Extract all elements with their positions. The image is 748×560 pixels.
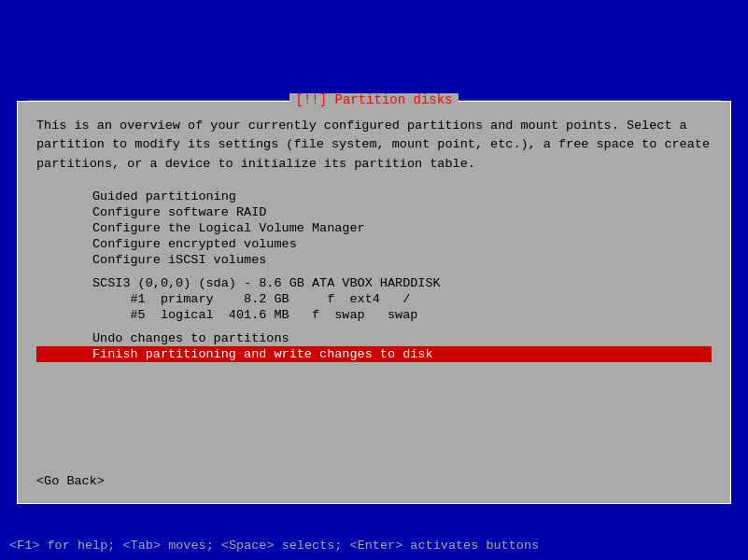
- dialog-content: This is an overview of your currently co…: [18, 102, 730, 503]
- dialog-title: [!!] Partition disks: [289, 93, 458, 106]
- border-right: [459, 100, 721, 101]
- desc-line-3: partitions, or a device to initialize it…: [36, 157, 475, 171]
- description-text: This is an overview of your currently co…: [36, 117, 712, 174]
- screen: [!!] Partition disks This is an overview…: [0, 0, 748, 560]
- menu-item-guided[interactable]: Guided partitioning: [36, 189, 712, 204]
- menu-item-disk[interactable]: SCSI3 (0,0,0) (sda) - 8.6 GB ATA VBOX HA…: [36, 275, 712, 291]
- title-border: [!!] Partition disks: [27, 93, 721, 106]
- menu-item-part5[interactable]: #5 logical 401.6 MB f swap swap: [36, 307, 712, 323]
- menu-item-lvm[interactable]: Configure the Logical Volume Manager: [36, 220, 712, 236]
- menu-spacer-5: [36, 268, 712, 275]
- desc-line-1: This is an overview of your currently co…: [36, 119, 687, 133]
- go-back-button[interactable]: <Go Back>: [36, 474, 105, 488]
- menu-item-iscsi[interactable]: Configure iSCSI volumes: [36, 252, 712, 268]
- menu-item-undo[interactable]: Undo changes to partitions: [36, 330, 712, 346]
- status-text: <F1> for help; <Tab> moves; <Space> sele…: [9, 539, 539, 553]
- menu-spacer-9: [36, 323, 712, 330]
- menu-item-finish[interactable]: Finish partitioning and write changes to…: [36, 346, 712, 362]
- border-left: [27, 100, 289, 101]
- desc-line-2: partition to modify its settings (file s…: [36, 137, 710, 151]
- menu-item-encrypted[interactable]: Configure encrypted volumes: [36, 236, 712, 252]
- status-bar: <F1> for help; <Tab> moves; <Space> sele…: [0, 513, 748, 560]
- go-back-area: <Go Back>: [36, 473, 712, 488]
- menu-item-raid[interactable]: Configure software RAID: [36, 204, 712, 220]
- menu-area: Guided partitioningConfigure software RA…: [36, 189, 712, 462]
- menu-item-part1[interactable]: #1 primary 8.2 GB f ext4 /: [36, 291, 712, 307]
- dialog: [!!] Partition disks This is an overview…: [17, 101, 731, 504]
